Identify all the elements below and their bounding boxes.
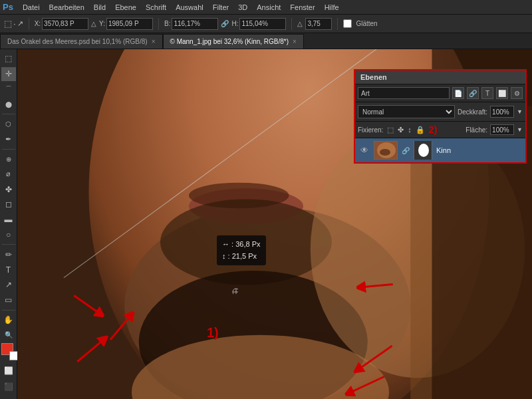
angle-input[interactable] [305, 18, 332, 30]
toolbox: ⬚ ✛ ⌒ ⬤ ⬡ ✒ ⊕ ⌀ ✤ ◻ ▬ ○ ✏ T ↗ ▭ ✋ 🔍 ⬜ ⬛ [0, 49, 17, 399]
opacity-label: Deckkraft: [458, 108, 487, 116]
layers-opacity-row: Deckkraft: ▼ [458, 106, 523, 118]
x-label: X: [35, 20, 41, 27]
move-tool[interactable]: ✛ [1, 67, 16, 81]
menu-ebene[interactable]: Ebene [111, 2, 140, 13]
smooth-checkbox[interactable] [343, 19, 352, 28]
tab-bar: Das Orakel des Meeres.psd bei 10,1% (RGB… [0, 33, 532, 49]
b-input[interactable] [172, 18, 218, 30]
options-toolbar: ⬚ · ↗ X: △ Y: B: 🔗 H: △ Glätten [0, 15, 532, 33]
layer-mask-svg [414, 141, 432, 160]
layers-search-row: 📄 🔗 T ⬜ ⚙ [355, 84, 525, 102]
spot-heal-tool[interactable]: ⊕ [1, 152, 16, 166]
layers-flache-row: Fläche: ▼ [466, 124, 523, 135]
menu-bild[interactable]: Bild [90, 2, 110, 13]
toolbar-x: X: [35, 18, 88, 30]
fix-rotate-icon[interactable]: ↕ [408, 126, 412, 134]
flache-arrow[interactable]: ▼ [517, 126, 523, 133]
angle-icon: △ [297, 20, 303, 27]
menu-schrift[interactable]: Schrift [142, 2, 170, 13]
fix-pixels-icon[interactable]: ⬚ [387, 126, 394, 134]
tab-orakel-close[interactable]: × [152, 38, 156, 45]
layer-name: Kinn [436, 146, 521, 154]
fix-lock-icon[interactable]: 🔒 [416, 126, 425, 134]
svg-point-25 [418, 144, 429, 157]
lasso-tool[interactable]: ⌒ [1, 82, 16, 96]
layers-link-icon[interactable]: 🔗 [467, 87, 479, 99]
toolbar-b: B: [164, 18, 218, 30]
layers-panel-header: Ebenen [355, 70, 525, 84]
tab-orakel[interactable]: Das Orakel des Meeres.psd bei 10,1% (RGB… [0, 34, 163, 49]
y-input[interactable] [106, 18, 153, 30]
toolbar-y: Y: [99, 18, 153, 30]
flache-input[interactable] [490, 124, 514, 135]
menu-bearbeiten[interactable]: Bearbeiten [45, 2, 88, 13]
layers-text-icon[interactable]: T [481, 87, 493, 99]
main-area: ⬚ ✛ ⌒ ⬤ ⬡ ✒ ⊕ ⌀ ✤ ◻ ▬ ○ ✏ T ↗ ▭ ✋ 🔍 ⬜ ⬛ [0, 49, 532, 399]
svg-point-23 [380, 149, 390, 156]
menu-fenster[interactable]: Fenster [286, 2, 319, 13]
move-icon: ↗ [17, 19, 23, 28]
menu-datei[interactable]: Datei [19, 2, 44, 13]
tab-mann-label: © Mann_1.jpg bei 32,6% (Kinn, RGB/8*) [170, 38, 289, 45]
annotation-label-2: 2) [429, 124, 437, 135]
smooth-label: Glätten [356, 20, 377, 27]
quick-select-tool[interactable]: ⬤ [1, 97, 16, 111]
zoom-tool[interactable]: 🔍 [1, 328, 16, 342]
screen-mode-btn[interactable]: ⬛ [1, 379, 16, 394]
layers-panel-title: Ebenen [360, 73, 387, 81]
crop-tool[interactable]: ⬡ [1, 117, 16, 131]
rectangle-shape-tool[interactable]: ▭ [1, 293, 16, 307]
layers-mask-icon[interactable]: ⬜ [496, 87, 508, 99]
type-tool[interactable]: T [1, 263, 16, 277]
canvas-area[interactable]: ↔ : 36,8 Px ↕ : 21,5 Px 1) Ebenen [17, 49, 532, 399]
b-label: B: [164, 20, 170, 27]
hand-tool[interactable]: ✋ [1, 313, 16, 327]
menu-hilfe[interactable]: Hilfe [321, 2, 343, 13]
triangle-icon: △ [91, 20, 96, 27]
menubar: Ps Datei Bearbeiten Bild Ebene Schrift A… [0, 0, 532, 15]
opacity-input[interactable] [490, 106, 514, 118]
pen-tool[interactable]: ✏ [1, 247, 16, 261]
rectangular-marquee-tool[interactable]: ⬚ [1, 52, 16, 66]
layers-mode-select[interactable]: Normal Multiplizieren Abblenden [358, 105, 455, 118]
color-swatches: ⬜ ⬛ [1, 343, 16, 396]
clone-stamp-tool[interactable]: ✤ [1, 182, 16, 196]
dodge-tool[interactable]: ○ [1, 228, 16, 242]
eyedropper-tool[interactable]: ✒ [1, 132, 16, 146]
tab-mann-close[interactable]: × [293, 38, 297, 45]
tab-orakel-label: Das Orakel des Meeres.psd bei 10,1% (RGB… [7, 38, 148, 45]
brush-tool[interactable]: ⌀ [1, 167, 16, 181]
toolbar-select-tool: ⬚ · ↗ [4, 19, 23, 29]
link-icon: 🔗 [221, 20, 229, 27]
menu-filter[interactable]: Filter [209, 2, 233, 13]
layer-link-icon: 🔗 [402, 147, 410, 154]
x-input[interactable] [42, 18, 88, 30]
fix-label: Fixieren: [358, 126, 383, 134]
layers-settings-icon[interactable]: ⚙ [511, 87, 523, 99]
select-icon: ⬚ [4, 19, 12, 29]
h-input[interactable] [239, 18, 286, 30]
fix-move-icon[interactable]: ✤ [398, 126, 404, 134]
menu-ansicht[interactable]: Ansicht [253, 2, 285, 13]
gradient-tool[interactable]: ▬ [1, 213, 16, 227]
tab-mann[interactable]: © Mann_1.jpg bei 32,6% (Kinn, RGB/8*) × [163, 34, 304, 49]
layers-create-layer-icon[interactable]: 📄 [452, 87, 464, 99]
quick-mask-btn[interactable]: ⬜ [1, 363, 16, 378]
layers-search-input[interactable] [358, 87, 450, 99]
menu-auswahl[interactable]: Auswahl [172, 2, 207, 13]
path-select-tool[interactable]: ↗ [1, 278, 16, 292]
opacity-arrow[interactable]: ▼ [517, 108, 523, 115]
h-label: H: [231, 20, 238, 27]
eraser-tool[interactable]: ◻ [1, 198, 16, 211]
layer-kinn-row[interactable]: 👁 🔗 Kinn [355, 138, 525, 162]
layer-visibility-icon[interactable]: 👁 [359, 145, 370, 156]
layers-mode-row: Normal Multiplizieren Abblenden Deckkraf… [355, 102, 525, 122]
flache-label: Fläche: [466, 126, 487, 134]
layer-mask-thumbnail [414, 141, 432, 160]
ps-logo: Ps [3, 2, 13, 12]
toolbar-h: H: [231, 18, 286, 30]
layers-fix-row: Fixieren: ⬚ ✤ ↕ 🔒 2) Fläche: ▼ [355, 122, 525, 138]
menu-3d[interactable]: 3D [234, 2, 251, 13]
y-label: Y: [99, 20, 105, 27]
